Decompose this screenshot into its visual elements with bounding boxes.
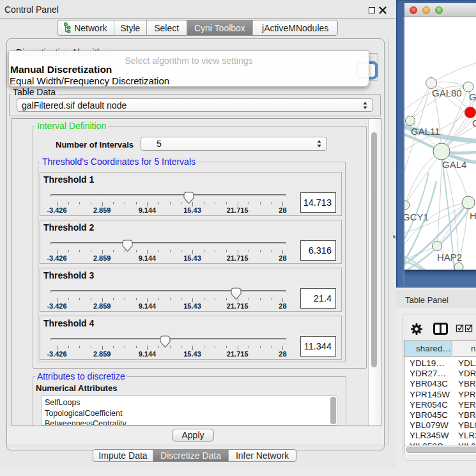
svg-text:HAP2: HAP2 (437, 252, 462, 263)
svg-text:C: C (472, 118, 476, 128)
svg-text:GAL11: GAL11 (411, 126, 440, 137)
svg-text:GA: GA (469, 91, 476, 102)
svg-text:GAL4: GAL4 (442, 159, 466, 170)
svg-text:GCY1: GCY1 (404, 211, 429, 222)
svg-text:GAL80: GAL80 (432, 88, 462, 98)
svg-text:HA: HA (470, 210, 476, 221)
